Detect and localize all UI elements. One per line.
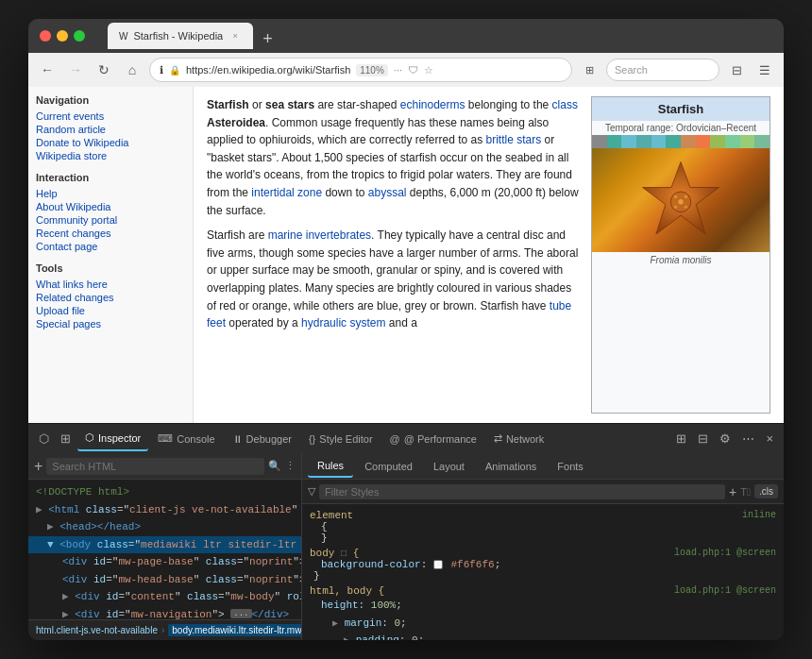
tab-performance[interactable]: @ @ Performance [382, 427, 484, 451]
wiki-nav-current-events[interactable]: Current events [36, 110, 185, 123]
reader-mode-button[interactable]: ⊞ [578, 59, 601, 81]
wiki-tool-special[interactable]: Special pages [36, 317, 185, 330]
html-line-body[interactable]: ▼ <body class="mediawiki ltr sitedir-ltr… [28, 536, 301, 554]
devtools-dock-button[interactable]: ⊟ [693, 429, 713, 448]
css-rule-element: element inline { } [302, 508, 784, 546]
home-button[interactable]: ⌂ [121, 59, 144, 81]
stripe-s [636, 135, 651, 148]
css-panel: Rules Computed Layout Animations Fonts [302, 453, 784, 640]
wiki-int-about[interactable]: About Wikipedia [36, 200, 185, 213]
svg-point-4 [685, 195, 688, 199]
devtools-split-button[interactable]: ⊞ [671, 429, 691, 448]
css-tab-computed[interactable]: Computed [355, 455, 422, 478]
css-source-html-body: load.php:1 @screen [674, 585, 776, 597]
stripe-c2 [666, 135, 681, 148]
html-line-doctype: <!DOCTYPE html> [28, 483, 301, 501]
inspector-tab-label: Inspector [98, 432, 141, 444]
inspector-tab-icon: ⬡ [85, 431, 94, 444]
add-node-button[interactable]: + [34, 459, 42, 474]
article-link-abyssal[interactable]: abyssal [368, 186, 407, 199]
color-swatch-bg[interactable] [433, 560, 443, 569]
html-line-mw-nav[interactable]: ▶ <div id="mw-navigation"> ...</div> [28, 606, 301, 620]
active-tab[interactable]: W Starfish - Wikipedia × [108, 23, 253, 49]
address-bar[interactable]: ℹ 🔒 https://en.wikipedia.org/wiki/Starfi… [149, 58, 572, 82]
wiki-int-help[interactable]: Help [36, 187, 185, 200]
sidebar-toggle-button[interactable]: ⊟ [725, 59, 748, 81]
wiki-nav-donate[interactable]: Donate to Wikipedia [36, 136, 185, 149]
devtools-close-button[interactable]: × [761, 429, 778, 448]
article-link-intertidal[interactable]: intertidal zone [251, 186, 322, 199]
wiki-int-contact[interactable]: Contact page [36, 240, 185, 253]
stripe-t [696, 135, 711, 148]
html-line-html[interactable]: ▶ <html class="client-js ve-not-availabl… [28, 501, 301, 519]
bookmark-icon[interactable]: ☆ [424, 64, 433, 76]
stripe-d [651, 135, 667, 148]
html-line-head[interactable]: ▶ <head></head> [28, 518, 301, 536]
html-line-content[interactable]: ▶ <div id="content" class="mw-body" role… [28, 588, 301, 606]
css-tab-layout[interactable]: Layout [424, 455, 474, 478]
wiki-tool-links[interactable]: What links here [36, 278, 185, 291]
breadcrumb-body[interactable]: body.mediawiki.ltr.sitedir-ltr.mw-hide-e… [168, 624, 301, 636]
tab-network[interactable]: ⇄ Network [486, 427, 551, 451]
wiki-interaction-heading: Interaction [36, 172, 185, 183]
devtools-inspect-button[interactable]: ⬡ [34, 429, 54, 448]
html-panel: + 🔍 ⋮ <!DOCTYPE html> ▶ <html class="cli… [28, 453, 302, 640]
svg-point-5 [674, 205, 678, 209]
css-add-rule-button[interactable]: + [729, 484, 736, 499]
html-search-input[interactable] [46, 458, 264, 475]
css-tab-fonts[interactable]: Fonts [548, 455, 593, 478]
css-tab-animations[interactable]: Animations [476, 455, 546, 478]
wiki-sidebar: Navigation Current events Random article… [28, 87, 194, 423]
wiki-int-community[interactable]: Community portal [36, 213, 185, 227]
css-rule-html-body: html, body { load.php:1 @screen height: … [302, 583, 784, 640]
maximize-button[interactable] [74, 30, 85, 42]
devtools-overflow-button[interactable]: ⋯ [737, 429, 759, 448]
stripe-c [607, 135, 622, 148]
breadcrumb-html[interactable]: html.client-js.ve-not-available [36, 625, 158, 635]
wiki-article-content: Starfish or sea stars are star-shaped ec… [194, 87, 784, 423]
wiki-navigation-section: Navigation Current events Random article… [36, 94, 185, 162]
css-rules-content: element inline { } [302, 504, 784, 640]
article-link-echinoderms[interactable]: echinoderms [400, 98, 465, 111]
article-link-brittle-stars[interactable]: brittle stars [485, 133, 541, 146]
network-tab-label: Network [506, 433, 544, 445]
close-button[interactable] [40, 30, 51, 42]
network-tab-icon: ⇄ [494, 432, 502, 445]
stripe-prec [592, 135, 607, 148]
devtools-responsive-button[interactable]: ⊞ [56, 429, 76, 448]
css-tab-rules[interactable]: Rules [308, 455, 353, 478]
wiki-int-recent[interactable]: Recent changes [36, 227, 185, 240]
back-button[interactable]: ← [36, 59, 59, 81]
wiki-tool-upload[interactable]: Upload file [36, 304, 185, 317]
article-link-hydraulic[interactable]: hydraulic system [301, 316, 385, 330]
search-input[interactable]: Search [606, 59, 719, 81]
hamburger-menu-button[interactable]: ☰ [753, 59, 776, 81]
filter-icon: ▽ [308, 485, 315, 498]
pocket-icon[interactable]: 🛡 [408, 64, 418, 76]
minimize-button[interactable] [57, 30, 68, 42]
overflow-menu-icon[interactable]: ··· [394, 64, 402, 76]
tab-debugger[interactable]: ⏸ Debugger [225, 427, 299, 451]
wiki-nav-random-article[interactable]: Random article [36, 123, 185, 136]
article-link-class[interactable]: class [552, 98, 578, 111]
tab-style-editor[interactable]: {} Style Editor [301, 427, 381, 451]
stripe-p [681, 135, 696, 148]
infobox-caption: Fromia monilis [592, 252, 770, 268]
forward-button[interactable]: → [64, 59, 87, 81]
tab-close-button[interactable]: × [228, 29, 242, 42]
css-filter-input[interactable] [319, 484, 725, 499]
tab-inspector[interactable]: ⬡ Inspector [77, 427, 148, 451]
wiki-nav-store[interactable]: Wikipedia store [36, 149, 185, 162]
new-tab-button[interactable]: + [255, 29, 280, 49]
article-link-marine[interactable]: marine invertebrates [268, 228, 371, 242]
refresh-button[interactable]: ↻ [93, 59, 115, 81]
html-line-mw-head-base[interactable]: <div id="mw-head-base" class="noprint"><… [28, 571, 301, 589]
starfish-illustration [638, 158, 723, 243]
devtools-settings-button[interactable]: ⚙ [715, 429, 736, 448]
article-link-tube-feet[interactable]: tube feet [207, 299, 571, 330]
tab-console[interactable]: ⌨ Console [150, 427, 222, 451]
css-cls-button[interactable]: .cls [754, 484, 778, 498]
node-menu-icon: ⋮ [285, 460, 296, 472]
html-line-mw-page-base[interactable]: <div id="mw-page-base" class="noprint"><… [28, 553, 301, 571]
wiki-tool-related[interactable]: Related changes [36, 291, 185, 304]
